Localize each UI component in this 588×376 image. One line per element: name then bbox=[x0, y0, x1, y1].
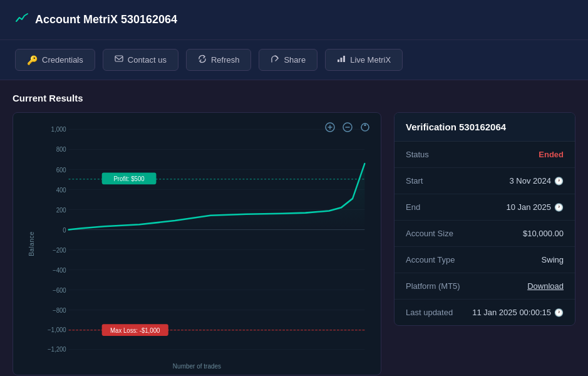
svg-text:400: 400 bbox=[56, 186, 67, 193]
start-row: Start 3 Nov 2024 🕐 bbox=[395, 168, 575, 194]
last-updated-row: Last updated 11 Jan 2025 00:00:15 🕐 bbox=[395, 300, 575, 325]
verification-card: Verification 530162064 Status Ended Star… bbox=[394, 112, 575, 326]
chart-container: Balance Number of trades bbox=[13, 112, 381, 375]
start-value: 3 Nov 2024 🕐 bbox=[510, 176, 564, 185]
share-icon bbox=[271, 55, 279, 65]
download-link[interactable]: Download bbox=[527, 281, 564, 291]
refresh-icon bbox=[198, 55, 207, 65]
account-type-value: Swing bbox=[542, 255, 564, 264]
end-label: End bbox=[406, 202, 420, 212]
chart-controls bbox=[323, 120, 372, 134]
bar-chart-icon bbox=[337, 55, 346, 65]
end-value: 10 Jan 2025 🕐 bbox=[506, 202, 564, 212]
platform-label: Platform (MT5) bbox=[406, 281, 460, 291]
live-metrix-button[interactable]: Live MetriX bbox=[325, 49, 403, 71]
svg-text:−800: −800 bbox=[53, 306, 66, 313]
svg-rect-3 bbox=[343, 56, 345, 62]
start-clock-icon: 🕐 bbox=[554, 177, 564, 185]
status-value: Ended bbox=[539, 150, 564, 159]
refresh-button[interactable]: Refresh bbox=[186, 49, 252, 71]
account-size-value: $10,000.00 bbox=[523, 229, 564, 238]
svg-rect-2 bbox=[341, 58, 343, 62]
reset-zoom-button[interactable] bbox=[358, 120, 372, 134]
last-updated-clock-icon: 🕐 bbox=[554, 308, 564, 317]
svg-text:200: 200 bbox=[56, 206, 67, 213]
chart-svg: 1,000 800 600 400 200 0 −200 −400 −600 −… bbox=[44, 123, 371, 356]
end-row: End 10 Jan 2025 🕐 bbox=[395, 194, 575, 221]
platform-row: Platform (MT5) Download bbox=[395, 273, 575, 300]
last-updated-value: 11 Jan 2025 00:00:15 🕐 bbox=[472, 308, 564, 317]
end-clock-icon: 🕐 bbox=[554, 203, 564, 212]
account-icon bbox=[15, 11, 29, 28]
status-row: Status Ended bbox=[395, 142, 575, 168]
toolbar: 🔑 Credentials Contact us Refresh bbox=[0, 40, 588, 80]
last-updated-label: Last updated bbox=[406, 308, 453, 317]
svg-text:0: 0 bbox=[63, 226, 66, 233]
zoom-out-button[interactable] bbox=[341, 120, 354, 134]
svg-text:1,000: 1,000 bbox=[51, 126, 67, 133]
left-panel: Current Results bbox=[13, 93, 381, 375]
page-title: Account MetriX 530162064 bbox=[35, 13, 177, 26]
platform-value: Download bbox=[527, 281, 564, 291]
main-content: Current Results bbox=[0, 80, 588, 376]
x-axis-label: Number of trades bbox=[173, 363, 221, 370]
svg-rect-0 bbox=[115, 56, 123, 61]
account-size-row: Account Size $10,000.00 bbox=[395, 221, 575, 247]
account-type-row: Account Type Swing bbox=[395, 247, 575, 273]
header: Account MetriX 530162064 bbox=[0, 0, 588, 40]
verification-title: Verification 530162064 bbox=[395, 113, 575, 142]
key-icon: 🔑 bbox=[27, 55, 38, 65]
share-button[interactable]: Share bbox=[259, 49, 317, 71]
current-results-title: Current Results bbox=[13, 93, 381, 103]
svg-text:−200: −200 bbox=[53, 246, 66, 253]
svg-text:Profit: $500: Profit: $500 bbox=[113, 175, 145, 182]
svg-text:−600: −600 bbox=[53, 286, 66, 293]
svg-text:−1,200: −1,200 bbox=[48, 345, 66, 352]
y-axis-label: Balance bbox=[28, 231, 35, 256]
right-panel: Verification Verification 530162064 Stat… bbox=[394, 93, 575, 375]
svg-text:−1,000: −1,000 bbox=[48, 326, 66, 333]
svg-text:−400: −400 bbox=[53, 266, 66, 273]
contact-us-button[interactable]: Contact us bbox=[103, 49, 178, 71]
credentials-button[interactable]: 🔑 Credentials bbox=[15, 49, 95, 71]
account-size-label: Account Size bbox=[406, 229, 453, 238]
account-type-label: Account Type bbox=[406, 255, 455, 264]
svg-text:600: 600 bbox=[56, 166, 67, 173]
svg-text:800: 800 bbox=[56, 146, 67, 153]
start-label: Start bbox=[406, 176, 423, 185]
status-label: Status bbox=[406, 150, 429, 159]
svg-text:Max Loss: -$1,000: Max Loss: -$1,000 bbox=[110, 326, 160, 333]
svg-rect-1 bbox=[338, 60, 339, 62]
contact-icon bbox=[115, 55, 123, 65]
zoom-in-button[interactable] bbox=[323, 120, 337, 134]
